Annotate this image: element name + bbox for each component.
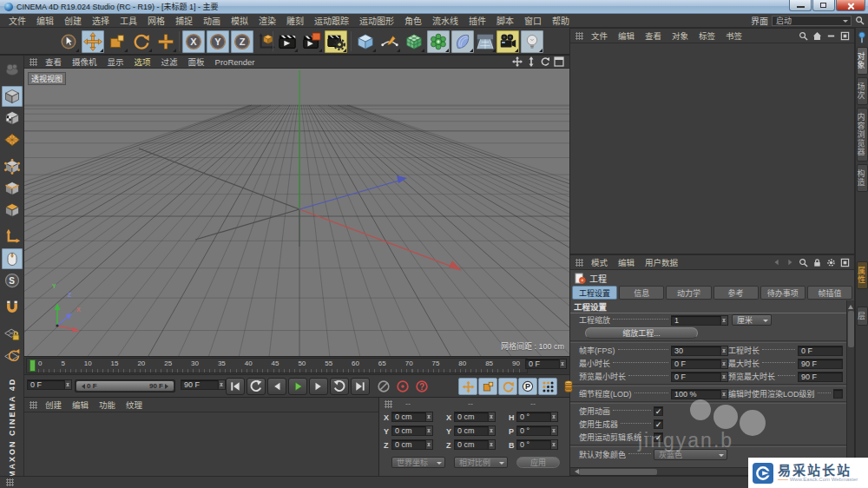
menu-plugins[interactable]: 插件: [464, 13, 491, 28]
preview-max-field[interactable]: 90 F: [798, 372, 843, 382]
frame-all-icon[interactable]: [840, 31, 850, 41]
interface-dropdown[interactable]: 启动: [772, 16, 852, 26]
previous-key-button[interactable]: [247, 378, 266, 395]
lock-x-axis[interactable]: X: [182, 30, 205, 53]
menu-snap[interactable]: 捕捉: [170, 13, 198, 28]
project-scale-unit-dropdown[interactable]: 厘米: [732, 314, 772, 326]
stepper[interactable]: [721, 315, 728, 326]
goto-end-button[interactable]: [351, 378, 370, 395]
add-mograph-button[interactable]: [427, 30, 450, 53]
om-menu-objects[interactable]: 对象: [667, 29, 694, 43]
stepper[interactable]: [551, 439, 558, 450]
lock-icon[interactable]: [812, 258, 822, 267]
viewport-menu-filter[interactable]: 过滤: [156, 56, 183, 68]
stepper[interactable]: [219, 379, 226, 390]
stepper[interactable]: [721, 372, 728, 382]
min-time-field[interactable]: 0 F: [671, 359, 721, 369]
add-light-button[interactable]: [521, 30, 543, 53]
viewport-canvas[interactable]: [24, 69, 569, 357]
texture-mode-button[interactable]: [2, 108, 23, 129]
viewport-menu-view[interactable]: 查看: [40, 56, 67, 68]
maximize-view-icon[interactable]: [554, 56, 564, 67]
add-cube-button[interactable]: [354, 30, 377, 53]
range-end-field[interactable]: 90 F: [181, 379, 219, 390]
tab-referencing[interactable]: 参考: [713, 286, 759, 300]
render-settings-button[interactable]: [325, 30, 347, 53]
play-button[interactable]: [288, 378, 307, 395]
use-generators-checkbox[interactable]: [654, 419, 663, 429]
stepper[interactable]: [426, 412, 433, 422]
scale-project-button[interactable]: 缩放工程...: [585, 327, 698, 339]
menu-mograph[interactable]: 运动图形: [354, 13, 399, 28]
viewport-menu-panel[interactable]: 面板: [183, 56, 210, 68]
lock-z-axis[interactable]: Z: [231, 30, 253, 53]
model-mode-button[interactable]: [2, 86, 23, 107]
dock-tab-layers[interactable]: 层: [857, 307, 868, 326]
key-scale-toggle[interactable]: [478, 378, 497, 395]
uv-mode-button[interactable]: [2, 129, 23, 150]
range-start-field[interactable]: 0 F: [27, 379, 65, 390]
next-key-button[interactable]: [330, 378, 349, 395]
coord-field[interactable]: 0 °: [516, 412, 551, 422]
stepper[interactable]: [489, 425, 496, 436]
zoom-view-icon[interactable]: [526, 56, 536, 67]
rotate-view-icon[interactable]: [540, 56, 550, 67]
render-lod-checkbox[interactable]: [833, 389, 843, 399]
stepper[interactable]: [721, 389, 728, 399]
goto-start-button[interactable]: [226, 378, 245, 395]
timeline-ruler[interactable]: 051015202530354045505560657075808590: [26, 358, 528, 373]
max-time-field[interactable]: 90 F: [798, 359, 843, 369]
pan-view-icon[interactable]: [512, 56, 523, 67]
dock-tab-objects[interactable]: 对象: [857, 47, 868, 75]
material-list-empty[interactable]: [24, 412, 378, 475]
rotate-workplane-button[interactable]: [2, 346, 23, 366]
dock-tab-takes[interactable]: 场次: [857, 77, 868, 105]
history-forward-icon[interactable]: [786, 258, 794, 267]
coordinate-system-toggle[interactable]: [255, 30, 278, 53]
points-mode-button[interactable]: [2, 156, 23, 177]
viewport-menu-cameras[interactable]: 摄像机: [67, 56, 102, 68]
menu-help[interactable]: 帮助: [547, 13, 575, 28]
menu-render[interactable]: 渲染: [253, 13, 281, 28]
pin-icon[interactable]: [858, 31, 866, 44]
menu-select[interactable]: 选择: [87, 13, 115, 28]
stepper[interactable]: [551, 425, 558, 436]
stepper[interactable]: [721, 359, 728, 369]
range-slider-thumb[interactable]: 0 F 90 F: [76, 381, 174, 391]
key-position-toggle[interactable]: [458, 378, 477, 395]
tab-todo[interactable]: 待办事项: [760, 286, 806, 300]
om-menu-bookmarks[interactable]: 书签: [720, 29, 747, 43]
fps-field[interactable]: 30: [671, 346, 721, 356]
viewport-solo-button[interactable]: [2, 248, 23, 269]
keyframe-help-button[interactable]: ?: [413, 378, 431, 395]
section-project-settings[interactable]: 工程设置: [570, 300, 846, 313]
menu-character[interactable]: 角色: [399, 13, 427, 28]
add-camera-button[interactable]: [496, 30, 519, 53]
dock-tab-content-browser[interactable]: 内容浏览器: [857, 108, 868, 162]
render-region-button[interactable]: [300, 30, 323, 53]
panel-grip-icon[interactable]: [30, 58, 37, 66]
menu-animate[interactable]: 动画: [198, 13, 226, 28]
menu-file[interactable]: 文件: [3, 13, 31, 28]
key-rotation-toggle[interactable]: [498, 378, 517, 395]
keyframe-selection-button[interactable]: [561, 378, 576, 395]
panel-grip-icon[interactable]: [30, 401, 37, 409]
menu-simulate[interactable]: 模拟: [226, 13, 253, 28]
stepper[interactable]: [489, 439, 496, 450]
dock-tab-attributes[interactable]: 属性: [857, 261, 868, 289]
move-tool[interactable]: [82, 30, 104, 53]
coord-size-mode-dropdown[interactable]: 相对比例: [454, 457, 508, 468]
frame-all-icon[interactable]: [840, 258, 850, 267]
coord-field[interactable]: 0 cm: [391, 439, 426, 450]
render-view-button[interactable]: [276, 30, 299, 53]
coord-mode-dropdown[interactable]: 世界坐标: [391, 457, 445, 468]
lock-workplane-button[interactable]: [2, 324, 23, 345]
stepper[interactable]: [721, 346, 728, 356]
close-button[interactable]: [836, 0, 865, 11]
menu-script[interactable]: 脚本: [491, 13, 519, 28]
stepper[interactable]: [560, 359, 567, 369]
use-animation-checkbox[interactable]: [654, 406, 663, 416]
gear-icon[interactable]: [826, 258, 836, 267]
search-icon[interactable]: [799, 258, 808, 267]
am-menu-mode[interactable]: 模式: [586, 255, 613, 269]
